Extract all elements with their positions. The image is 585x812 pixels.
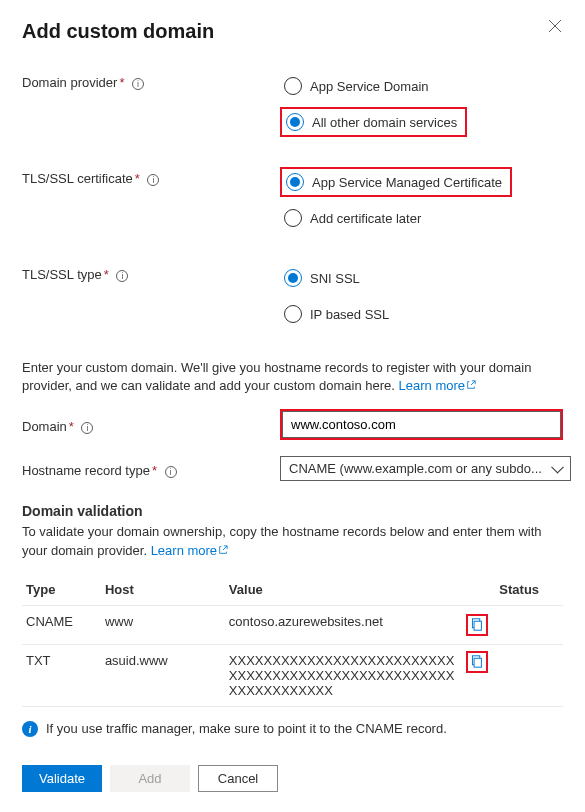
- radio-icon: [284, 305, 302, 323]
- domain-description: Enter your custom domain. We'll give you…: [22, 359, 563, 395]
- domain-input[interactable]: [282, 411, 561, 438]
- copy-button[interactable]: [466, 651, 488, 673]
- radio-managed-certificate[interactable]: App Service Managed Certificate: [280, 167, 512, 197]
- radio-app-service-domain[interactable]: App Service Domain: [280, 71, 563, 101]
- hostname-records-table: Type Host Value Status CNAME www contoso…: [22, 574, 563, 707]
- learn-more-link[interactable]: Learn more: [399, 378, 476, 393]
- table-header-status: Status: [495, 574, 563, 606]
- info-note: i If you use traffic manager, make sure …: [22, 721, 563, 737]
- table-row: CNAME www contoso.azurewebsites.net: [22, 605, 563, 644]
- close-icon[interactable]: [547, 18, 563, 34]
- hostname-record-type-select[interactable]: CNAME (www.example.com or any subdo...: [280, 456, 571, 481]
- radio-sni-ssl[interactable]: SNI SSL: [280, 263, 563, 293]
- add-button: Add: [110, 765, 190, 792]
- radio-icon: [284, 209, 302, 227]
- radio-all-other-domain[interactable]: All other domain services: [280, 107, 467, 137]
- external-link-icon: [218, 542, 228, 552]
- radio-icon: [284, 77, 302, 95]
- tls-certificate-label: TLS/SSL certificate* i: [22, 167, 280, 186]
- table-header-value: Value: [225, 574, 462, 606]
- learn-more-link[interactable]: Learn more: [151, 543, 228, 558]
- hostname-record-type-label: Hostname record type* i: [22, 459, 280, 478]
- domain-validation-heading: Domain validation: [22, 503, 563, 519]
- table-header-type: Type: [22, 574, 101, 606]
- radio-ip-based-ssl[interactable]: IP based SSL: [280, 299, 563, 329]
- info-icon[interactable]: i: [147, 174, 159, 186]
- table-header-host: Host: [101, 574, 225, 606]
- radio-add-certificate-later[interactable]: Add certificate later: [280, 203, 563, 233]
- radio-icon: [286, 113, 304, 131]
- radio-icon: [286, 173, 304, 191]
- radio-icon: [284, 269, 302, 287]
- info-icon: i: [22, 721, 38, 737]
- svg-rect-3: [474, 659, 481, 668]
- copy-button[interactable]: [466, 614, 488, 636]
- cancel-button[interactable]: Cancel: [198, 765, 278, 792]
- svg-rect-1: [474, 622, 481, 631]
- domain-label: Domain* i: [22, 415, 280, 434]
- dialog-title: Add custom domain: [22, 20, 563, 43]
- info-icon[interactable]: i: [116, 270, 128, 282]
- table-row: TXT asuid.www XXXXXXXXXXXXXXXXXXXXXXXXXX…: [22, 644, 563, 706]
- domain-validation-description: To validate your domain ownership, copy …: [22, 523, 563, 559]
- info-icon[interactable]: i: [165, 466, 177, 478]
- info-icon[interactable]: i: [81, 422, 93, 434]
- tls-type-label: TLS/SSL type* i: [22, 263, 280, 282]
- external-link-icon: [466, 377, 476, 387]
- domain-provider-label: Domain provider* i: [22, 71, 280, 90]
- validate-button[interactable]: Validate: [22, 765, 102, 792]
- info-icon[interactable]: i: [132, 78, 144, 90]
